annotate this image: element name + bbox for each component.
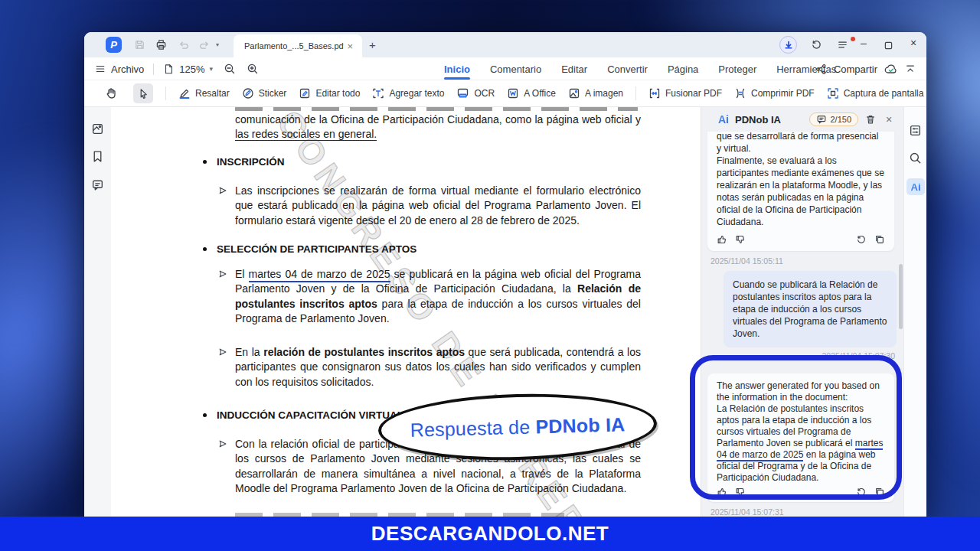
user-message: Cuando se publicará la Relación de postu… bbox=[724, 271, 897, 347]
bullet-icon bbox=[203, 247, 207, 251]
page-icon[interactable] bbox=[163, 64, 174, 75]
tab-editar[interactable]: Editar bbox=[561, 57, 587, 80]
collapse-ribbon-icon[interactable] bbox=[905, 64, 916, 74]
document-tab[interactable]: Parlamento_...5_Bases.pdf × bbox=[234, 34, 362, 57]
bullet-icon bbox=[203, 413, 207, 417]
pdf-page[interactable]: CONGRESO DE LA REPUBLICA comunicación de… bbox=[111, 107, 701, 517]
user-message-text: Cuando se publicará la Relación de postu… bbox=[733, 279, 887, 340]
zoom-caret-icon[interactable]: ▾ bbox=[210, 65, 214, 73]
resaltar-button[interactable]: Resaltar bbox=[178, 87, 230, 99]
callout-brand: PDNob IA bbox=[535, 413, 626, 437]
save-icon[interactable] bbox=[133, 38, 146, 51]
hand-tool-icon[interactable] bbox=[101, 83, 121, 103]
editar-todo-button[interactable]: Editar todo bbox=[299, 87, 360, 99]
ai-assistant-icon[interactable]: Ai bbox=[906, 178, 925, 195]
callout-label: Respuesta de PDNob IA bbox=[410, 413, 625, 441]
chevron-down-icon[interactable]: ▾ bbox=[216, 41, 219, 48]
paragraph-text: El bbox=[235, 268, 249, 280]
a-office-button[interactable]: A Office bbox=[507, 87, 556, 99]
sticker-button[interactable]: Sticker bbox=[242, 87, 287, 99]
heading-text: INSCRIPCIÓN bbox=[217, 156, 285, 168]
heading-text: SELECCIÓN DE PARTICIPANTES APTOS bbox=[217, 243, 416, 255]
compartir-button[interactable]: Compartir bbox=[834, 64, 877, 75]
undo-icon[interactable] bbox=[178, 38, 191, 51]
usage-count: 2/150 bbox=[830, 115, 851, 124]
ribbon-tabs: Inicio Comentario Editar Convertir Págin… bbox=[444, 57, 836, 80]
maximize-button[interactable] bbox=[882, 39, 895, 52]
callout-prefix: Respuesta de bbox=[410, 416, 536, 440]
thumbs-down-icon[interactable] bbox=[735, 234, 746, 245]
regenerate-icon[interactable] bbox=[856, 234, 867, 245]
panel-scrollbar[interactable] bbox=[899, 264, 903, 329]
paragraph-seleccion: El martes 04 de marzo de 2025 se publica… bbox=[218, 267, 641, 327]
close-panel-icon[interactable]: × bbox=[883, 113, 895, 126]
usage-badge: 2/150 bbox=[809, 112, 858, 126]
ai-message-text: que se desarrollará de forma presencial … bbox=[717, 132, 885, 228]
properties-panel-icon[interactable] bbox=[909, 124, 923, 138]
paragraph-inscripciones: Las inscripciones se realizarán de forma… bbox=[218, 184, 641, 228]
date-underlined: martes 04 de marzo de 2025 bbox=[249, 268, 390, 282]
paragraph-text: El martes 04 de marzo de 2025 se publica… bbox=[235, 267, 641, 327]
ai-logo-icon: Ai bbox=[718, 113, 729, 126]
app-logo-icon[interactable]: P bbox=[106, 37, 122, 53]
ocr-label: OCR bbox=[474, 88, 495, 99]
left-sidebar bbox=[84, 107, 111, 517]
minimize-button[interactable]: – bbox=[855, 37, 872, 49]
select-tool-icon[interactable] bbox=[133, 83, 153, 103]
a-imagen-button[interactable]: A imagen bbox=[568, 87, 623, 99]
chat-bubble-icon bbox=[816, 114, 827, 125]
new-tab-icon[interactable]: + bbox=[369, 38, 376, 51]
heading-text: INDUCCIÓN CAPACITACIÓN VIRTUAL bbox=[217, 409, 403, 421]
tab-convertir[interactable]: Convertir bbox=[607, 57, 648, 80]
tab-comentario[interactable]: Comentario bbox=[490, 57, 541, 80]
tab-inicio[interactable]: Inicio bbox=[444, 57, 470, 80]
hamburger-icon[interactable] bbox=[95, 64, 106, 74]
tool-bar: Resaltar Sticker Editar todo Agregar tex… bbox=[84, 80, 926, 107]
close-button[interactable]: × bbox=[905, 37, 922, 49]
history-icon[interactable] bbox=[810, 38, 823, 51]
captura-pantalla-button[interactable]: Captura de pantalla bbox=[827, 87, 924, 99]
zoom-out-icon[interactable] bbox=[224, 63, 236, 75]
fusionar-pdf-button[interactable]: Fusionar PDF bbox=[648, 87, 722, 99]
ocr-button[interactable]: OCR bbox=[456, 87, 495, 99]
copy-icon[interactable] bbox=[874, 234, 885, 245]
banner-text: DESCARGANDOLO.NET bbox=[371, 522, 609, 546]
redo-icon[interactable] bbox=[198, 38, 211, 51]
share-group: Compartir bbox=[815, 57, 916, 80]
tab-close-icon[interactable]: × bbox=[344, 40, 356, 53]
paragraph-text: En la relación de postulantes inscritos … bbox=[235, 345, 641, 390]
agregar-texto-button[interactable]: Agregar texto bbox=[372, 87, 444, 99]
title-bar: P ▾ Parlamento_...5_Bases.pdf × + bbox=[84, 32, 926, 57]
sticker-label: Sticker bbox=[259, 88, 287, 99]
comment-icon[interactable] bbox=[91, 178, 104, 191]
trash-icon[interactable] bbox=[864, 113, 877, 126]
menu-icon[interactable] bbox=[836, 38, 849, 51]
cloud-sync-icon[interactable] bbox=[884, 64, 898, 75]
highlight-rectangle-annotation[interactable] bbox=[690, 355, 902, 500]
tab-proteger[interactable]: Proteger bbox=[718, 57, 756, 80]
bullet-icon bbox=[203, 160, 207, 164]
tab-pagina[interactable]: Página bbox=[668, 57, 698, 80]
thumbnails-icon[interactable] bbox=[91, 122, 104, 135]
watermark-banner: DESCARGANDOLO.NET bbox=[0, 517, 980, 551]
editar-todo-label: Editar todo bbox=[315, 88, 360, 99]
ai-message: que se desarrollará de forma presencial … bbox=[707, 132, 894, 251]
timestamp: 2025/11/04 15:07:31 bbox=[710, 507, 784, 517]
zoom-in-icon[interactable] bbox=[247, 63, 259, 75]
search-icon[interactable] bbox=[909, 152, 923, 165]
a-imagen-label: A imagen bbox=[585, 88, 623, 99]
resaltar-label: Resaltar bbox=[195, 88, 230, 99]
screen: P ▾ Parlamento_...5_Bases.pdf × + bbox=[0, 0, 980, 551]
captura-pantalla-label: Captura de pantalla bbox=[844, 88, 924, 99]
archivo-menu[interactable]: Archivo bbox=[111, 64, 144, 75]
agregar-texto-label: Agregar texto bbox=[389, 88, 444, 99]
underlined-text: las redes sociales en general. bbox=[235, 128, 377, 141]
bookmark-icon[interactable] bbox=[91, 150, 104, 163]
share-icon[interactable] bbox=[815, 64, 827, 75]
print-icon[interactable] bbox=[155, 38, 168, 51]
zoom-level[interactable]: 125% bbox=[179, 64, 204, 75]
comprimir-pdf-button[interactable]: Comprimir PDF bbox=[734, 87, 815, 99]
download-icon[interactable] bbox=[779, 36, 797, 54]
thumbs-up-icon[interactable] bbox=[717, 234, 727, 245]
paragraph-comunicacion: comunicación de la Oficina de Participac… bbox=[235, 112, 641, 142]
